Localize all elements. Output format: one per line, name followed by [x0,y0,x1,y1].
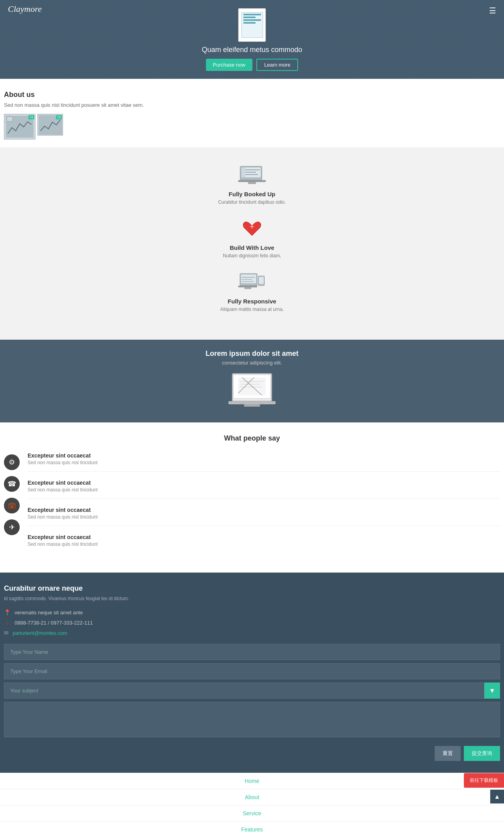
footer-nav-service[interactable]: Service [0,805,504,822]
contact-title: Curabitur ornare neque [4,584,500,593]
about-title: About us [4,91,500,99]
contact-email: ✉ parturient@montes.com [4,630,500,636]
hero-product-icon [238,8,266,42]
download-button[interactable]: 前往下载模板 [464,773,504,788]
contact-form: ▼ 重置 提交查询 [4,644,500,761]
sidebar-icon-tools: ⚙ [4,454,20,470]
contact-address: 📍 venenatis neque sit amet ante [4,609,500,616]
footer-nav: Home About Service Features Price Contac… [0,773,504,835]
feature-item-2: Build With Love Nullam dignissim felis d… [223,217,281,258]
about-images: 74 79 [4,114,500,139]
thumb-badge-1: 74 [28,115,34,119]
testimonials-list: Excepteur sint occaecat Sed non massa qu… [28,452,500,561]
testimonial-title-4: Excepteur sint occaecat [28,534,500,540]
testimonial-title-3: Excepteur sint occaecat [28,507,500,513]
svg-rect-9 [238,180,266,182]
feature-desc-2: Nullam dignissim felis diam, [223,253,281,258]
testimonials-title: What people say [4,434,500,443]
features-section: Fully Booked Up Curabitur tincidunt dapi… [0,147,504,340]
logo: Claymore [8,4,42,14]
scroll-top-button[interactable]: ▲ [490,790,504,803]
testimonial-title-2: Excepteur sint occaecat [28,480,500,486]
svg-rect-31 [244,404,260,407]
hero-title: Quam eleifend metus commodo [202,46,302,54]
testimonials-layout: ⚙ ☎ 💼 ✈ Excepteur sint occaecat Sed non … [4,452,500,561]
footer-nav-home[interactable]: Home [0,773,504,789]
thumbnail-1: 74 [4,114,35,139]
testimonial-item-2: Excepteur sint occaecat Sed non massa qu… [28,480,500,499]
subject-row: ▼ [4,683,500,699]
address-text: venenatis neque sit amet ante [15,610,83,616]
svg-rect-16 [259,277,264,284]
feature-desc-1: Curabitur tincidunt dapibus odio. [218,199,286,205]
email-input[interactable] [4,663,500,679]
feature-title-1: Fully Booked Up [229,191,275,197]
banner-title: Lorem ipsum dolor sit amet [206,350,298,358]
sidebar-icon-phone: ☎ [4,476,20,492]
testimonial-item-3: Excepteur sint occaecat Sed non massa qu… [28,507,500,526]
banner-laptop-image [226,372,278,413]
feature-icon-2 [238,217,266,240]
thumb-badge-2: 79 [56,115,62,119]
feature-icon-3 [238,270,266,294]
hero-buttons: Purchase now Learn more [206,59,298,71]
footer-nav-about[interactable]: About [0,789,504,805]
name-input[interactable] [4,644,500,660]
subject-dropdown-button[interactable]: ▼ [484,683,500,699]
feature-icon-1 [238,163,266,187]
banner-subtitle: consectetur adipiscing elit. [222,360,282,366]
contact-section: Curabitur ornare neque id sagittis commo… [0,573,504,773]
send-icon: ✈ [9,523,15,532]
feature-desc-3: Aliquam mattis massa at urna. [220,307,284,312]
svg-rect-10 [248,182,256,184]
message-textarea[interactable] [4,702,500,737]
svg-rect-1 [7,117,13,121]
location-icon: 📍 [4,609,11,616]
phone-icon: 📞 [4,619,11,626]
contact-subtitle: id sagittis commodo. Vivamus rhoncus feu… [4,596,500,601]
testimonial-text-3: Sed non massa quis nisl tincidunt [28,514,500,520]
svg-rect-17 [238,286,257,287]
phone-icon: ☎ [7,480,16,488]
about-section: About us Sed non massa quis nisl tincidu… [0,79,504,147]
sidebar-icon-briefcase: 💼 [4,498,20,513]
about-description: Sed non massa quis nisl tincidunt posuer… [4,102,500,108]
submit-button[interactable]: 提交查询 [464,746,500,761]
email-link[interactable]: parturient@montes.com [13,630,67,636]
feature-title-3: Fully Responsive [228,298,276,305]
testimonial-item-1: Excepteur sint occaecat Sed non massa qu… [28,452,500,472]
subject-input[interactable] [4,683,484,699]
feature-title-2: Build With Love [230,244,274,251]
tools-icon: ⚙ [9,458,15,467]
testimonial-text-1: Sed non massa quis nisl tincidunt [28,460,500,465]
testimonial-text-4: Sed non massa quis nisl tincidunt [28,541,500,547]
hamburger-icon[interactable]: ☰ [489,6,496,15]
feature-item-3: Fully Responsive Aliquam mattis massa at… [220,270,284,312]
testimonial-text-2: Sed non massa quis nisl tincidunt [28,487,500,493]
briefcase-icon: 💼 [7,501,16,510]
banner-section: Lorem ipsum dolor sit amet consectetur a… [0,340,504,422]
svg-rect-30 [228,401,276,404]
svg-rect-8 [241,167,245,177]
sidebar-icons: ⚙ ☎ 💼 ✈ [4,452,20,561]
reset-button[interactable]: 重置 [435,746,461,761]
hero-section: Claymore ☰ Quam eleifend metus commodo P… [0,0,504,79]
svg-rect-14 [241,275,256,283]
footer-nav-features[interactable]: Features [0,822,504,835]
feature-item-1: Fully Booked Up Curabitur tincidunt dapi… [218,163,286,205]
form-buttons: 重置 提交查询 [4,746,500,761]
email-icon: ✉ [4,630,9,636]
thumbnail-2: 79 [37,114,63,136]
phone-text: 0888-7738-21 / 0977-333-222-111 [15,620,93,626]
testimonial-title-1: Excepteur sint occaecat [28,452,500,459]
purchase-button[interactable]: Purchase now [206,59,252,71]
learn-more-button[interactable]: Learn more [256,59,298,71]
testimonials-section: What people say ⚙ ☎ 💼 ✈ Excepteur sint o… [0,422,504,573]
contact-phone: 📞 0888-7738-21 / 0977-333-222-111 [4,619,500,626]
testimonial-item-4: Excepteur sint occaecat Sed non massa qu… [28,534,500,553]
svg-rect-18 [245,287,252,289]
sidebar-icon-send: ✈ [4,519,20,535]
